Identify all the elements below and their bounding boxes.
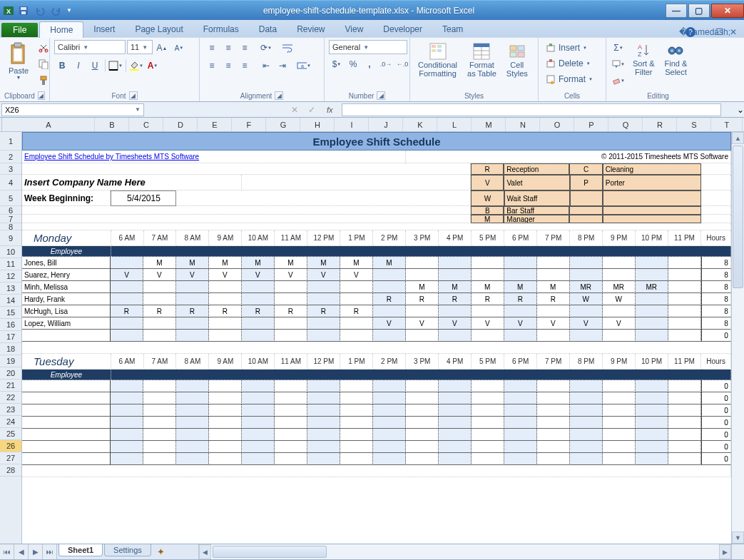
shift-cell[interactable] (537, 269, 570, 281)
font-color-button[interactable]: A▼ (145, 58, 160, 73)
col-header-J[interactable]: J (369, 118, 403, 131)
shift-cell[interactable]: R (111, 305, 143, 317)
shift-cell[interactable]: V (242, 269, 275, 281)
col-header-N[interactable]: N (506, 118, 540, 131)
shift-cell[interactable] (209, 404, 242, 417)
shift-cell[interactable] (242, 429, 275, 441)
accounting-format-button[interactable]: $▼ (329, 56, 345, 72)
shift-cell[interactable] (603, 392, 636, 404)
shift-cell[interactable] (143, 441, 176, 453)
shift-cell[interactable] (340, 317, 373, 330)
cell[interactable] (603, 215, 701, 223)
employee-name[interactable] (22, 417, 111, 429)
row-header-6[interactable]: 6 (0, 206, 21, 215)
shift-cell[interactable]: MR (603, 281, 636, 293)
redo-icon[interactable] (49, 4, 64, 18)
shift-cell[interactable] (176, 281, 209, 293)
shift-cell[interactable] (143, 281, 176, 293)
col-header-A[interactable]: A (2, 118, 95, 131)
shift-cell[interactable] (537, 380, 570, 392)
row-header-13[interactable]: 13 (0, 282, 21, 295)
row-header-16[interactable]: 16 (0, 319, 21, 331)
shift-cell[interactable] (406, 330, 439, 342)
shift-cell[interactable]: R (472, 293, 504, 305)
shift-cell[interactable] (406, 305, 439, 317)
employee-name[interactable] (22, 453, 111, 465)
hours-cell[interactable]: 0 (701, 429, 731, 441)
shift-cell[interactable] (636, 453, 668, 465)
row-header-28[interactable]: 28 (0, 464, 21, 477)
shift-cell[interactable] (275, 317, 307, 330)
employee-header[interactable]: Employee (22, 246, 111, 257)
shrink-font-button[interactable]: A▼ (171, 40, 187, 56)
template-link[interactable]: Employee Shift Schedule by Timesheets MT… (22, 151, 406, 163)
time-header[interactable]: 4 PM (439, 230, 472, 246)
shift-cell[interactable]: V (406, 317, 439, 330)
scroll-up-icon[interactable]: ▲ (732, 132, 744, 144)
autosum-button[interactable]: Σ▼ (611, 40, 626, 56)
shift-cell[interactable]: R (504, 293, 537, 305)
time-header[interactable]: 5 PM (472, 230, 504, 246)
shift-cell[interactable]: M (472, 281, 504, 293)
time-header[interactable]: 9 PM (603, 354, 636, 370)
time-header[interactable]: 2 PM (373, 230, 406, 246)
hours-cell[interactable]: 8 (701, 317, 731, 330)
vscroll-thumb[interactable] (733, 146, 743, 288)
shift-cell[interactable] (143, 404, 176, 417)
week-beginning-label[interactable]: Week Beginning: (22, 190, 111, 206)
restore-window-icon[interactable]: ❐ (714, 27, 724, 37)
shift-cell[interactable] (636, 392, 668, 404)
shift-cell[interactable] (209, 317, 242, 330)
close-button[interactable]: ✕ (711, 4, 744, 18)
col-header-S[interactable]: S (677, 118, 711, 131)
row-header-8[interactable]: 8 (0, 223, 21, 230)
shift-cell[interactable] (143, 317, 176, 330)
shift-cell[interactable] (373, 380, 406, 392)
expand-formula-icon[interactable]: ⌄ (737, 105, 744, 115)
shift-cell[interactable] (668, 330, 701, 342)
shift-cell[interactable] (668, 257, 701, 269)
time-header[interactable]: 6 PM (504, 230, 537, 246)
shift-cell[interactable] (143, 330, 176, 342)
scroll-left-icon[interactable]: ◀ (199, 544, 211, 559)
cell[interactable] (701, 190, 731, 206)
employee-name[interactable]: Minh, Melissa (22, 281, 111, 293)
select-all-corner[interactable] (0, 118, 2, 132)
col-header-H[interactable]: H (300, 118, 335, 131)
hours-cell[interactable]: 0 (701, 417, 731, 429)
shift-cell[interactable] (275, 404, 307, 417)
shift-cell[interactable] (275, 380, 307, 392)
hours-cell[interactable]: 0 (701, 392, 731, 404)
shift-cell[interactable] (111, 453, 143, 465)
shift-cell[interactable] (537, 330, 570, 342)
shift-cell[interactable] (636, 269, 668, 281)
shift-cell[interactable]: M (504, 281, 537, 293)
shift-cell[interactable] (340, 441, 373, 453)
shift-cell[interactable] (636, 305, 668, 317)
shift-cell[interactable] (111, 257, 143, 269)
shift-cell[interactable] (668, 404, 701, 417)
col-header-L[interactable]: L (437, 118, 472, 131)
shift-cell[interactable] (570, 269, 603, 281)
shift-cell[interactable]: R (275, 305, 307, 317)
cell[interactable]: B (471, 206, 504, 215)
cell[interactable] (22, 223, 731, 230)
shift-cell[interactable]: MR (570, 281, 603, 293)
time-header[interactable]: 3 PM (406, 354, 439, 370)
shift-cell[interactable] (307, 429, 340, 441)
shift-cell[interactable] (603, 330, 636, 342)
row-header-3[interactable]: 3 (0, 163, 21, 175)
font-launcher-icon[interactable]: ◢ (129, 91, 138, 100)
shift-cell[interactable]: MR (636, 281, 668, 293)
shift-cell[interactable] (472, 380, 504, 392)
insert-cells-button[interactable]: Insert ▼ (543, 40, 590, 56)
shift-cell[interactable] (603, 305, 636, 317)
employee-name[interactable]: Hardy, Frank (22, 293, 111, 305)
maximize-button[interactable]: ▢ (688, 4, 710, 18)
shift-cell[interactable] (307, 417, 340, 429)
border-button[interactable]: ▼ (108, 58, 123, 73)
align-right-button[interactable]: ≡ (237, 58, 253, 73)
shift-cell[interactable] (668, 269, 701, 281)
tab-data[interactable]: Data (249, 21, 287, 37)
font-name-combo[interactable]: Calibri▼ (54, 40, 126, 54)
